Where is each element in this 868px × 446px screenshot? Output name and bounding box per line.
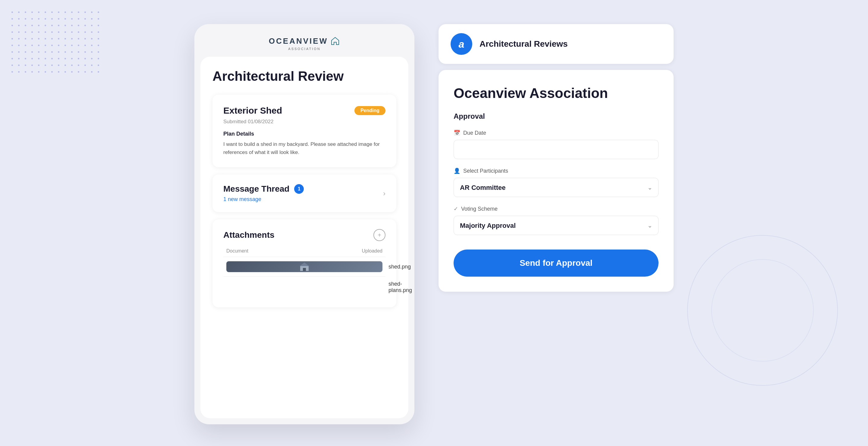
app-name: Architectural Reviews [479, 39, 568, 49]
col-uploaded: Uploaded [362, 248, 383, 254]
attachment-row-1: shed.png 01/08/2022 [223, 257, 385, 276]
add-attachment-button[interactable]: + [373, 229, 385, 241]
attachments-card: Attachments + Document Uploaded [213, 219, 396, 307]
approval-section-label: Approval [454, 112, 658, 121]
app-icon: a [451, 33, 472, 55]
svg-rect-2 [303, 268, 306, 271]
participants-label-text: Select Participants [463, 168, 508, 174]
participants-field-group: 👤 Select Participants AR Committee [454, 167, 658, 197]
participants-select-wrapper: AR Committee [454, 178, 658, 197]
message-sub: 1 new message [223, 196, 304, 202]
message-left: Message Thread 1 1 new message [223, 184, 304, 202]
exterior-shed-card: Exterior Shed Pending Submitted 01/08/20… [213, 95, 396, 167]
plan-details-label: Plan Details [223, 131, 385, 137]
check-icon: ✓ [454, 205, 458, 212]
phone-header: OCEANVIEW ASSOCIATION [194, 24, 414, 57]
phone-content: Architectural Review Exterior Shed Pendi… [200, 57, 408, 418]
logo-wordmark: OCEANVIEW [269, 36, 328, 46]
shed-card-title: Exterior Shed [223, 105, 282, 116]
attachment-name-1: shed.png [389, 264, 411, 270]
send-for-approval-button[interactable]: Send for Approval [454, 250, 658, 277]
due-date-input[interactable] [454, 140, 658, 159]
col-document: Document [226, 248, 248, 254]
main-container: OCEANVIEW ASSOCIATION Architectural Revi… [0, 0, 868, 446]
card-header-row: Exterior Shed Pending [223, 105, 385, 116]
right-main-card: Oceanview Association Approval 📅 Due Dat… [438, 70, 674, 292]
message-title: Message Thread [223, 184, 289, 194]
attachments-title: Attachments [223, 230, 275, 240]
approval-section: Approval 📅 Due Date 👤 Select Participant… [454, 112, 658, 277]
voting-label: ✓ Voting Scheme [454, 205, 658, 212]
voting-label-text: Voting Scheme [461, 206, 498, 212]
association-title: Oceanview Association [454, 85, 658, 101]
pending-badge: Pending [354, 106, 385, 115]
message-thread-card[interactable]: Message Thread 1 1 new message › [213, 174, 396, 212]
attachments-header: Attachments + [223, 229, 385, 241]
due-date-field-group: 📅 Due Date [454, 130, 658, 159]
logo-text: OCEANVIEW [269, 36, 340, 46]
app-header-bar: a Architectural Reviews [438, 24, 674, 64]
shed-thumb-icon [299, 261, 310, 272]
phone-mockup: OCEANVIEW ASSOCIATION Architectural Revi… [194, 24, 414, 424]
message-count-badge: 1 [294, 184, 304, 194]
submitted-date: Submitted 01/08/2022 [223, 119, 385, 125]
attachments-table-header: Document Uploaded [223, 248, 385, 257]
voting-field-group: ✓ Voting Scheme Majority Approval [454, 205, 658, 235]
attachment-name-2: shed-plans.png [389, 281, 412, 293]
message-title-row: Message Thread 1 [223, 184, 304, 194]
right-panel: a Architectural Reviews Oceanview Associ… [438, 24, 674, 292]
due-date-label-text: Due Date [463, 130, 486, 136]
house-icon [330, 36, 340, 46]
attachment-row-2: shed-plans.png [223, 276, 385, 298]
plan-details-text: I want to build a shed in my backyard. P… [223, 140, 385, 156]
participants-label: 👤 Select Participants [454, 167, 658, 174]
chevron-right-icon: › [383, 189, 385, 198]
page-title: Architectural Review [213, 69, 396, 84]
svg-marker-1 [300, 262, 309, 266]
voting-select-wrapper: Majority Approval [454, 216, 658, 235]
participants-select[interactable]: AR Committee [454, 178, 658, 197]
due-date-label: 📅 Due Date [454, 130, 658, 136]
calendar-icon: 📅 [454, 130, 460, 136]
voting-select[interactable]: Majority Approval [454, 216, 658, 235]
logo-container: OCEANVIEW ASSOCIATION [269, 36, 340, 51]
shed-thumbnail [226, 261, 382, 272]
logo-subtitle: ASSOCIATION [288, 47, 320, 51]
app-icon-letter: a [459, 38, 464, 50]
person-icon: 👤 [454, 167, 460, 174]
